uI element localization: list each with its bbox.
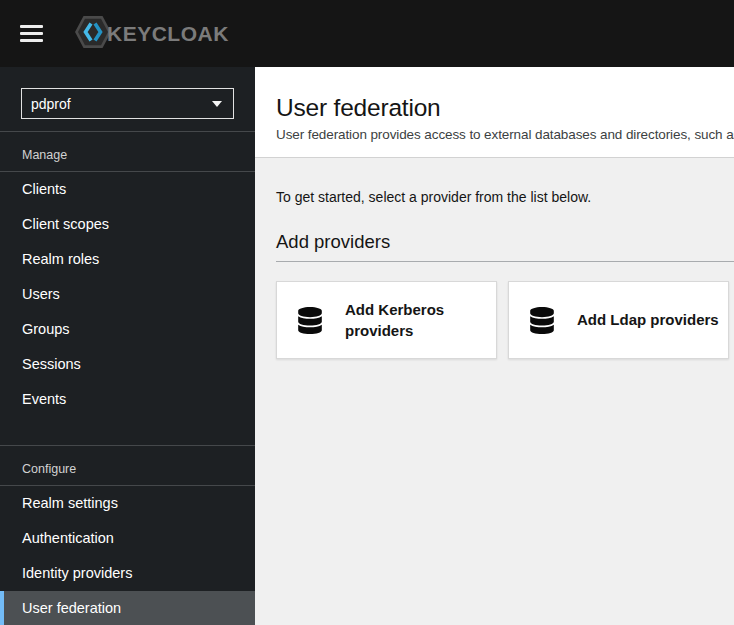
sidebar-item-users[interactable]: Users	[0, 277, 255, 312]
sidebar-item-user-federation[interactable]: User federation	[0, 591, 255, 625]
sidebar-item-realm-roles[interactable]: Realm roles	[0, 242, 255, 277]
provider-card-label: Add Kerberos providers	[345, 299, 488, 342]
sidebar-item-groups[interactable]: Groups	[0, 312, 255, 347]
nav-section-manage: Manage Clients Client scopes Realm roles…	[0, 131, 255, 417]
database-icon	[297, 307, 323, 334]
sidebar-item-identity-providers[interactable]: Identity providers	[0, 556, 255, 591]
sidebar-item-clients[interactable]: Clients	[0, 172, 255, 207]
add-providers-heading: Add providers	[276, 232, 734, 262]
page-subtitle: User federation provides access to exter…	[276, 127, 734, 142]
sidebar-item-sessions[interactable]: Sessions	[0, 347, 255, 382]
add-kerberos-providers-card[interactable]: Add Kerberos providers	[276, 281, 497, 359]
keycloak-admin-console: KEYCLOAK pdprof Manage Clients Client sc…	[0, 0, 734, 625]
nav-section-title: Configure	[0, 446, 255, 485]
page-header: User federation User federation provides…	[255, 67, 734, 158]
keycloak-logo[interactable]: KEYCLOAK	[74, 15, 229, 53]
sidebar-item-events[interactable]: Events	[0, 382, 255, 417]
menu-toggle-button[interactable]	[20, 21, 43, 46]
hamburger-icon	[20, 25, 43, 42]
nav-items-manage: Clients Client scopes Realm roles Users …	[0, 171, 255, 417]
nav-section-configure: Configure Realm settings Authentication …	[0, 445, 255, 625]
sidebar: pdprof Manage Clients Client scopes Real…	[0, 67, 255, 625]
nav-section-title: Manage	[0, 132, 255, 171]
sidebar-item-authentication[interactable]: Authentication	[0, 521, 255, 556]
nav-items-configure: Realm settings Authentication Identity p…	[0, 485, 255, 625]
page-section: To get started, select a provider from t…	[255, 158, 734, 359]
topbar: KEYCLOAK	[0, 0, 734, 67]
database-icon	[529, 307, 555, 334]
sidebar-item-client-scopes[interactable]: Client scopes	[0, 207, 255, 242]
add-ldap-providers-card[interactable]: Add Ldap providers	[508, 281, 729, 359]
page-title: User federation	[276, 94, 734, 122]
provider-card-label: Add Ldap providers	[577, 309, 719, 330]
caret-down-icon	[212, 101, 222, 107]
brand-wordmark: KEYCLOAK	[107, 23, 229, 44]
main-content: User federation User federation provides…	[255, 67, 734, 625]
instruction-text: To get started, select a provider from t…	[276, 189, 734, 205]
realm-selector-value: pdprof	[31, 96, 71, 112]
realm-selector-dropdown[interactable]: pdprof	[21, 88, 234, 119]
provider-cards-row: Add Kerberos providers Add Ldap provider…	[276, 281, 734, 359]
sidebar-item-realm-settings[interactable]: Realm settings	[0, 486, 255, 521]
